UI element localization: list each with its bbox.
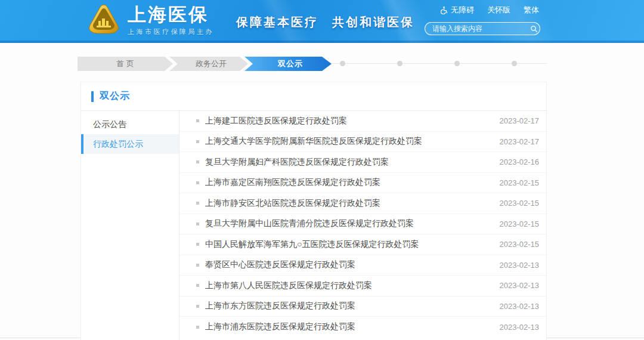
- list-item-date: 2023-02-16: [500, 157, 540, 166]
- list-item-title[interactable]: 中国人民解放军海军第九○五医院违反医保规定行政处罚案: [205, 239, 500, 250]
- section-body: 公示公告 行政处罚公示 上海建工医院违反医保规定行政处罚案 2023-02-17…: [81, 111, 546, 340]
- section-title-accent-bar: [91, 91, 94, 102]
- shanghai-medical-insurance-logo-icon: [86, 2, 122, 38]
- content-card: 双公示 公示公告 行政处罚公示 上海建工医院违反医保规定行政处罚案 2023-0…: [80, 82, 547, 340]
- list-item[interactable]: 上海市嘉定区南翔医院违反医保规定行政处罚案 2023-02-15: [179, 173, 546, 194]
- breadcrumb-dual-publicity-active[interactable]: 双公示: [244, 57, 332, 71]
- list-item-title[interactable]: 复旦大学附属中山医院青浦分院违反医保规定行政处罚案: [205, 218, 500, 229]
- bullet-icon: [196, 140, 199, 143]
- bullet-icon: [196, 326, 199, 329]
- traditional-chinese-link[interactable]: 繁体: [524, 5, 539, 16]
- bullet-icon: [196, 305, 199, 308]
- breadcrumb: 首 页 政务公开 双公示: [78, 57, 332, 71]
- breadcrumb-government-affairs[interactable]: 政务公开: [169, 57, 248, 71]
- list-item-title[interactable]: 上海市静安区北站医院违反医保规定行政处罚案: [205, 198, 500, 209]
- search-button[interactable]: [528, 23, 540, 35]
- sidebar-item-administrative-penalties[interactable]: 行政处罚公示: [81, 134, 179, 154]
- list-item-date: 2023-02-15: [500, 240, 540, 249]
- list-item[interactable]: 复旦大学附属妇产科医院违反医保规定行政处罚案 2023-02-16: [179, 152, 546, 173]
- bullet-icon: [196, 181, 199, 184]
- list-item[interactable]: 上海市东方医院违反医保规定行政处罚案 2023-02-13: [179, 296, 546, 317]
- care-version-link[interactable]: 关怀版: [487, 5, 510, 16]
- accessibility-link-label: 无障碍: [451, 5, 474, 16]
- section-title: 双公示: [100, 90, 130, 103]
- site-header: 上海医保 上海市医疗保障局主办 保障基本医疗 共创和谐医保 无障碍 关怀版 繁体: [0, 0, 644, 43]
- list-item[interactable]: 复旦大学附属中山医院青浦分院违反医保规定行政处罚案 2023-02-15: [179, 214, 546, 235]
- site-title: 上海医保: [128, 4, 214, 26]
- list-item[interactable]: 上海建工医院违反医保规定行政处罚案 2023-02-17: [179, 111, 546, 132]
- sidebar-item-public-notices[interactable]: 公示公告: [81, 115, 179, 134]
- search-icon: [530, 25, 538, 33]
- list-item-title[interactable]: 上海市东方医院违反医保规定行政处罚案: [205, 301, 500, 311]
- page: 上海医保 上海市医疗保障局主办 保障基本医疗 共创和谐医保 无障碍 关怀版 繁体: [0, 0, 644, 340]
- list-item-title[interactable]: 上海市嘉定区南翔医院违反医保规定行政处罚案: [205, 177, 500, 188]
- list-item-date: 2023-02-15: [500, 220, 540, 228]
- accessibility-link[interactable]: 无障碍: [439, 5, 474, 16]
- site-brand[interactable]: 上海医保 上海市医疗保障局主办: [86, 2, 214, 38]
- bullet-icon: [196, 119, 199, 122]
- list-item-date: 2023-02-15: [500, 178, 540, 187]
- breadcrumb-progress-track: [332, 57, 547, 71]
- list-item[interactable]: 上海交通大学医学院附属新华医院违反医保规定行政处罚案 2023-02-17: [179, 132, 546, 153]
- list-item-title[interactable]: 上海市第八人民医院违反医保规定行政处罚案: [205, 280, 500, 291]
- bullet-icon: [196, 284, 199, 287]
- list-item-date: 2023-02-13: [500, 281, 540, 290]
- progress-dot: [512, 61, 517, 66]
- traditional-chinese-link-label: 繁体: [524, 5, 539, 16]
- list-item-date: 2023-02-17: [500, 116, 540, 125]
- site-subtitle: 上海市医疗保障局主办: [128, 27, 214, 36]
- list-item-date: 2023-02-13: [500, 302, 540, 311]
- list-item-title[interactable]: 上海建工医院违反医保规定行政处罚案: [205, 116, 500, 126]
- care-version-link-label: 关怀版: [487, 5, 510, 16]
- list-item-title[interactable]: 上海市浦东医院违反医保规定行政处罚案: [205, 322, 500, 332]
- list-item[interactable]: 上海市静安区北站医院违反医保规定行政处罚案 2023-02-15: [179, 193, 546, 214]
- bullet-icon: [196, 264, 199, 267]
- bullet-icon: [196, 222, 199, 225]
- list-item-date: 2023-02-13: [500, 261, 540, 270]
- brand-text: 上海医保 上海市医疗保障局主办: [128, 4, 214, 36]
- wheelchair-icon: [439, 6, 448, 14]
- list-item-date: 2023-02-13: [500, 323, 540, 332]
- list-item-title[interactable]: 奉贤区中心医院违反医保规定行政处罚案: [205, 259, 500, 270]
- list-item[interactable]: 中国人民解放军海军第九○五医院违反医保规定行政处罚案 2023-02-15: [179, 234, 546, 255]
- list-item-title[interactable]: 复旦大学附属妇产科医院违反医保规定行政处罚案: [205, 157, 500, 168]
- list-item-date: 2023-02-17: [500, 137, 540, 146]
- header-top-links: 无障碍 关怀版 繁体: [439, 5, 539, 16]
- section-header: 双公示: [81, 82, 546, 111]
- bullet-icon: [196, 243, 199, 246]
- breadcrumb-home[interactable]: 首 页: [78, 57, 173, 71]
- penalty-case-list: 上海建工医院违反医保规定行政处罚案 2023-02-17 上海交通大学医学院附属…: [179, 111, 546, 340]
- list-item[interactable]: 上海市第八人民医院违反医保规定行政处罚案 2023-02-13: [179, 276, 546, 296]
- bullet-icon: [196, 160, 199, 163]
- header-slogan: 保障基本医疗 共创和谐医保: [236, 14, 414, 30]
- list-item-title[interactable]: 上海交通大学医学院附属新华医院违反医保规定行政处罚案: [205, 136, 500, 147]
- bullet-icon: [196, 202, 199, 205]
- progress-dot: [397, 61, 402, 66]
- list-item-date: 2023-02-15: [500, 199, 540, 208]
- search-box: [425, 22, 540, 35]
- list-item[interactable]: 上海市浦东医院违反医保规定行政处罚案 2023-02-13: [179, 317, 546, 338]
- search-input[interactable]: [425, 24, 528, 33]
- list-item[interactable]: 奉贤区中心医院违反医保规定行政处罚案 2023-02-13: [179, 255, 546, 276]
- progress-dot: [454, 61, 460, 66]
- progress-dot: [340, 61, 345, 66]
- side-nav: 公示公告 行政处罚公示: [81, 111, 179, 340]
